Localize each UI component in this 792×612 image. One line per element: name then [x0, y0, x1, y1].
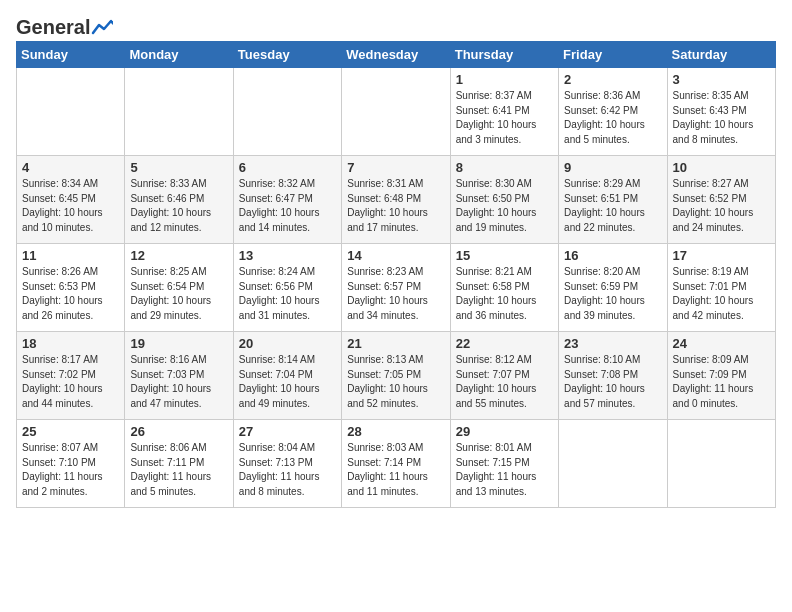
day-info: Sunrise: 8:24 AM Sunset: 6:56 PM Dayligh… — [239, 265, 336, 323]
day-number: 27 — [239, 424, 336, 439]
day-info: Sunrise: 8:07 AM Sunset: 7:10 PM Dayligh… — [22, 441, 119, 499]
day-number: 4 — [22, 160, 119, 175]
day-number: 11 — [22, 248, 119, 263]
calendar-cell: 18Sunrise: 8:17 AM Sunset: 7:02 PM Dayli… — [17, 332, 125, 420]
logo: General — [16, 16, 113, 35]
calendar-cell — [233, 68, 341, 156]
calendar-table: SundayMondayTuesdayWednesdayThursdayFrid… — [16, 41, 776, 508]
day-number: 6 — [239, 160, 336, 175]
day-number: 18 — [22, 336, 119, 351]
calendar-cell — [17, 68, 125, 156]
weekday-header-friday: Friday — [559, 42, 667, 68]
calendar-cell: 21Sunrise: 8:13 AM Sunset: 7:05 PM Dayli… — [342, 332, 450, 420]
calendar-cell: 8Sunrise: 8:30 AM Sunset: 6:50 PM Daylig… — [450, 156, 558, 244]
day-info: Sunrise: 8:03 AM Sunset: 7:14 PM Dayligh… — [347, 441, 444, 499]
weekday-header-monday: Monday — [125, 42, 233, 68]
calendar-cell: 16Sunrise: 8:20 AM Sunset: 6:59 PM Dayli… — [559, 244, 667, 332]
calendar-cell: 6Sunrise: 8:32 AM Sunset: 6:47 PM Daylig… — [233, 156, 341, 244]
calendar-cell: 20Sunrise: 8:14 AM Sunset: 7:04 PM Dayli… — [233, 332, 341, 420]
day-number: 22 — [456, 336, 553, 351]
day-number: 23 — [564, 336, 661, 351]
calendar-cell — [559, 420, 667, 508]
day-number: 8 — [456, 160, 553, 175]
calendar-cell: 9Sunrise: 8:29 AM Sunset: 6:51 PM Daylig… — [559, 156, 667, 244]
day-info: Sunrise: 8:27 AM Sunset: 6:52 PM Dayligh… — [673, 177, 770, 235]
day-info: Sunrise: 8:20 AM Sunset: 6:59 PM Dayligh… — [564, 265, 661, 323]
calendar-cell: 19Sunrise: 8:16 AM Sunset: 7:03 PM Dayli… — [125, 332, 233, 420]
day-info: Sunrise: 8:23 AM Sunset: 6:57 PM Dayligh… — [347, 265, 444, 323]
day-info: Sunrise: 8:17 AM Sunset: 7:02 PM Dayligh… — [22, 353, 119, 411]
day-info: Sunrise: 8:37 AM Sunset: 6:41 PM Dayligh… — [456, 89, 553, 147]
calendar-cell: 10Sunrise: 8:27 AM Sunset: 6:52 PM Dayli… — [667, 156, 775, 244]
calendar-cell: 23Sunrise: 8:10 AM Sunset: 7:08 PM Dayli… — [559, 332, 667, 420]
day-info: Sunrise: 8:12 AM Sunset: 7:07 PM Dayligh… — [456, 353, 553, 411]
calendar-cell: 7Sunrise: 8:31 AM Sunset: 6:48 PM Daylig… — [342, 156, 450, 244]
day-info: Sunrise: 8:10 AM Sunset: 7:08 PM Dayligh… — [564, 353, 661, 411]
day-info: Sunrise: 8:33 AM Sunset: 6:46 PM Dayligh… — [130, 177, 227, 235]
day-info: Sunrise: 8:36 AM Sunset: 6:42 PM Dayligh… — [564, 89, 661, 147]
weekday-header-tuesday: Tuesday — [233, 42, 341, 68]
calendar-cell: 26Sunrise: 8:06 AM Sunset: 7:11 PM Dayli… — [125, 420, 233, 508]
day-info: Sunrise: 8:32 AM Sunset: 6:47 PM Dayligh… — [239, 177, 336, 235]
day-number: 2 — [564, 72, 661, 87]
day-info: Sunrise: 8:29 AM Sunset: 6:51 PM Dayligh… — [564, 177, 661, 235]
calendar-cell: 25Sunrise: 8:07 AM Sunset: 7:10 PM Dayli… — [17, 420, 125, 508]
day-number: 9 — [564, 160, 661, 175]
day-info: Sunrise: 8:09 AM Sunset: 7:09 PM Dayligh… — [673, 353, 770, 411]
day-info: Sunrise: 8:14 AM Sunset: 7:04 PM Dayligh… — [239, 353, 336, 411]
calendar-cell: 2Sunrise: 8:36 AM Sunset: 6:42 PM Daylig… — [559, 68, 667, 156]
day-number: 16 — [564, 248, 661, 263]
day-info: Sunrise: 8:21 AM Sunset: 6:58 PM Dayligh… — [456, 265, 553, 323]
day-info: Sunrise: 8:35 AM Sunset: 6:43 PM Dayligh… — [673, 89, 770, 147]
calendar-cell: 5Sunrise: 8:33 AM Sunset: 6:46 PM Daylig… — [125, 156, 233, 244]
calendar-cell: 29Sunrise: 8:01 AM Sunset: 7:15 PM Dayli… — [450, 420, 558, 508]
day-info: Sunrise: 8:31 AM Sunset: 6:48 PM Dayligh… — [347, 177, 444, 235]
weekday-header-wednesday: Wednesday — [342, 42, 450, 68]
calendar-cell: 12Sunrise: 8:25 AM Sunset: 6:54 PM Dayli… — [125, 244, 233, 332]
day-number: 15 — [456, 248, 553, 263]
logo-bird-icon — [91, 19, 113, 37]
day-number: 10 — [673, 160, 770, 175]
calendar-cell: 11Sunrise: 8:26 AM Sunset: 6:53 PM Dayli… — [17, 244, 125, 332]
day-info: Sunrise: 8:01 AM Sunset: 7:15 PM Dayligh… — [456, 441, 553, 499]
calendar-cell: 27Sunrise: 8:04 AM Sunset: 7:13 PM Dayli… — [233, 420, 341, 508]
day-info: Sunrise: 8:26 AM Sunset: 6:53 PM Dayligh… — [22, 265, 119, 323]
day-number: 3 — [673, 72, 770, 87]
calendar-cell: 13Sunrise: 8:24 AM Sunset: 6:56 PM Dayli… — [233, 244, 341, 332]
day-info: Sunrise: 8:06 AM Sunset: 7:11 PM Dayligh… — [130, 441, 227, 499]
calendar-cell — [667, 420, 775, 508]
day-number: 17 — [673, 248, 770, 263]
calendar-cell: 3Sunrise: 8:35 AM Sunset: 6:43 PM Daylig… — [667, 68, 775, 156]
calendar-cell: 17Sunrise: 8:19 AM Sunset: 7:01 PM Dayli… — [667, 244, 775, 332]
day-info: Sunrise: 8:16 AM Sunset: 7:03 PM Dayligh… — [130, 353, 227, 411]
day-number: 12 — [130, 248, 227, 263]
day-info: Sunrise: 8:04 AM Sunset: 7:13 PM Dayligh… — [239, 441, 336, 499]
day-number: 5 — [130, 160, 227, 175]
day-number: 29 — [456, 424, 553, 439]
day-number: 28 — [347, 424, 444, 439]
day-number: 20 — [239, 336, 336, 351]
day-info: Sunrise: 8:25 AM Sunset: 6:54 PM Dayligh… — [130, 265, 227, 323]
day-info: Sunrise: 8:34 AM Sunset: 6:45 PM Dayligh… — [22, 177, 119, 235]
calendar-cell: 14Sunrise: 8:23 AM Sunset: 6:57 PM Dayli… — [342, 244, 450, 332]
calendar-cell: 22Sunrise: 8:12 AM Sunset: 7:07 PM Dayli… — [450, 332, 558, 420]
weekday-header-thursday: Thursday — [450, 42, 558, 68]
calendar-cell: 4Sunrise: 8:34 AM Sunset: 6:45 PM Daylig… — [17, 156, 125, 244]
day-number: 19 — [130, 336, 227, 351]
calendar-cell: 15Sunrise: 8:21 AM Sunset: 6:58 PM Dayli… — [450, 244, 558, 332]
weekday-header-sunday: Sunday — [17, 42, 125, 68]
day-number: 24 — [673, 336, 770, 351]
day-number: 21 — [347, 336, 444, 351]
calendar-cell — [125, 68, 233, 156]
header: General — [16, 16, 776, 35]
day-info: Sunrise: 8:19 AM Sunset: 7:01 PM Dayligh… — [673, 265, 770, 323]
logo-general: General — [16, 16, 90, 39]
day-number: 14 — [347, 248, 444, 263]
calendar-cell: 24Sunrise: 8:09 AM Sunset: 7:09 PM Dayli… — [667, 332, 775, 420]
weekday-header-saturday: Saturday — [667, 42, 775, 68]
day-number: 1 — [456, 72, 553, 87]
day-info: Sunrise: 8:13 AM Sunset: 7:05 PM Dayligh… — [347, 353, 444, 411]
day-number: 26 — [130, 424, 227, 439]
day-info: Sunrise: 8:30 AM Sunset: 6:50 PM Dayligh… — [456, 177, 553, 235]
calendar-cell: 28Sunrise: 8:03 AM Sunset: 7:14 PM Dayli… — [342, 420, 450, 508]
